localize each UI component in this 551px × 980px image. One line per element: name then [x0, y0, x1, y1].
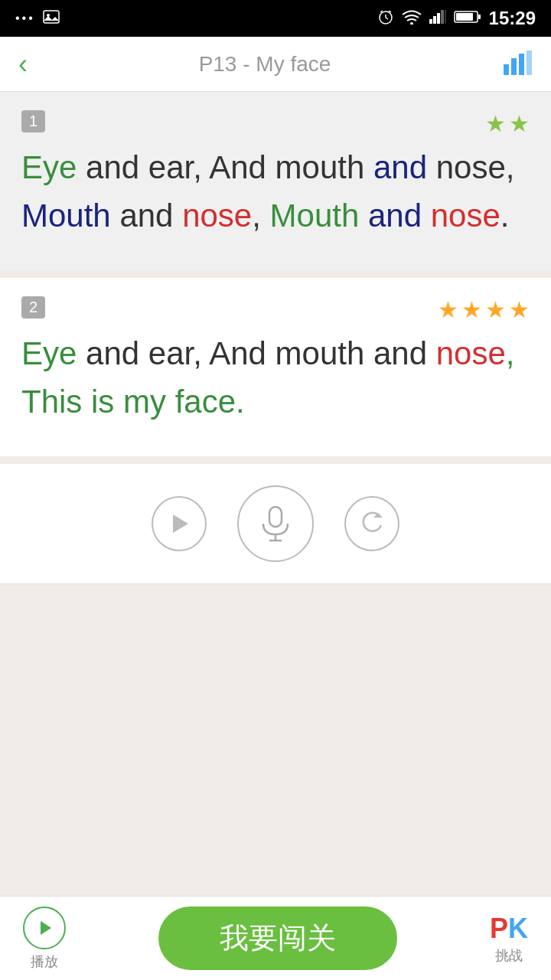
pk-challenge-button[interactable]: PK 挑战 — [490, 913, 528, 965]
status-right: 15:29 — [377, 8, 536, 29]
star-6: ★ — [509, 296, 530, 323]
svg-rect-14 — [456, 13, 473, 21]
word-mouth2: Mouth — [270, 198, 360, 234]
pk-p: P — [490, 913, 508, 944]
card-2-number: 2 — [21, 296, 45, 318]
word-nose3: nose — [436, 335, 506, 371]
bottom-play-button[interactable]: 播放 — [23, 906, 66, 971]
svg-rect-9 — [433, 16, 436, 24]
pk-k: K — [508, 913, 528, 944]
star-1: ★ — [485, 110, 506, 137]
wifi-icon — [402, 9, 422, 28]
status-bar: ••• — [0, 0, 551, 37]
bottom-bar: 播放 我要闯关 PK 挑战 — [0, 896, 551, 980]
card-1: 1 ★ ★ Eye and ear, And mouth and nose, M… — [0, 92, 551, 270]
svg-rect-17 — [511, 58, 517, 75]
chart-icon[interactable] — [502, 49, 533, 80]
star-4: ★ — [461, 296, 482, 323]
svg-line-4 — [386, 18, 388, 19]
card-1-number: 1 — [21, 110, 45, 132]
svg-rect-15 — [478, 15, 481, 19]
content-area — [0, 584, 551, 896]
image-icon — [43, 8, 60, 28]
svg-rect-18 — [519, 54, 524, 75]
star-2: ★ — [509, 110, 530, 137]
status-dots: ••• — [15, 11, 35, 25]
word-and2: and — [368, 198, 422, 234]
word-eye2: Eye — [21, 335, 77, 371]
controls-area — [0, 464, 551, 583]
svg-point-7 — [410, 22, 413, 24]
word-mouth: Mouth — [21, 198, 111, 234]
svg-marker-25 — [41, 921, 51, 935]
svg-rect-12 — [445, 10, 446, 24]
page-title: P13 - My face — [199, 52, 331, 77]
alarm-icon — [377, 8, 394, 29]
word-and1: and — [373, 149, 427, 185]
header: ‹ P13 - My face — [0, 37, 551, 92]
play-button[interactable] — [152, 496, 207, 551]
mic-button[interactable] — [237, 485, 314, 562]
status-left: ••• — [15, 8, 60, 28]
svg-rect-11 — [441, 10, 444, 24]
svg-rect-8 — [429, 19, 432, 24]
svg-rect-10 — [437, 13, 440, 24]
word-nose2: nose — [422, 198, 500, 234]
main-action-button[interactable]: 我要闯关 — [158, 906, 397, 970]
star-5: ★ — [485, 296, 506, 323]
back-button[interactable]: ‹ — [18, 48, 28, 80]
replay-button[interactable] — [344, 496, 399, 551]
card-1-stars: ★ ★ — [485, 110, 530, 137]
word-nose1: nose — [182, 198, 252, 234]
card-2: 2 ★ ★ ★ ★ Eye and ear, And mouth and nos… — [0, 278, 551, 456]
svg-rect-16 — [504, 64, 509, 75]
signal-icon — [429, 10, 446, 28]
svg-rect-0 — [44, 11, 59, 23]
card-2-text: Eye and ear, And mouth and nose, This is… — [21, 329, 530, 426]
svg-rect-19 — [527, 51, 532, 75]
time-display: 15:29 — [489, 8, 536, 29]
pk-sub-label: 挑战 — [495, 946, 523, 965]
pk-label: PK — [490, 913, 528, 945]
battery-icon — [454, 10, 481, 28]
play-circle-icon — [23, 906, 66, 949]
star-3: ★ — [438, 296, 458, 323]
card-2-stars: ★ ★ ★ ★ — [438, 296, 530, 323]
play-label: 播放 — [31, 952, 58, 971]
svg-marker-20 — [173, 514, 188, 533]
word-eye: Eye — [21, 149, 77, 185]
svg-rect-21 — [269, 507, 282, 527]
card-1-text: Eye and ear, And mouth and nose, Mouth a… — [21, 143, 530, 240]
